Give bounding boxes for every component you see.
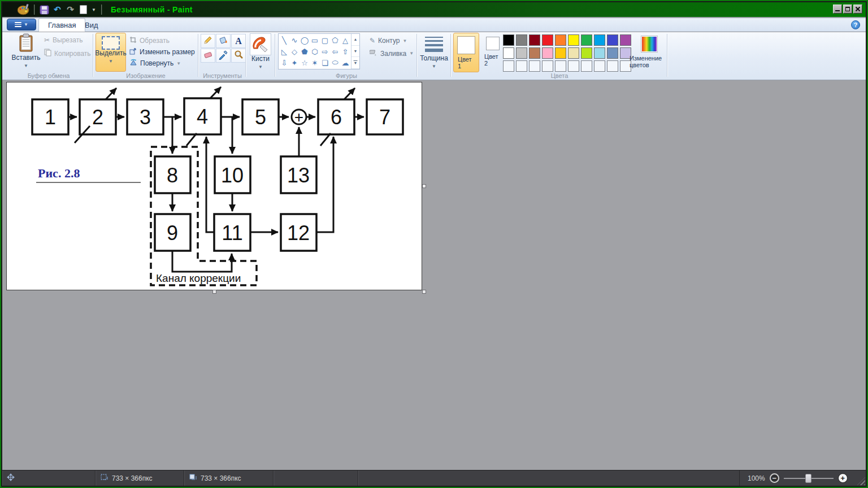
- zoom-in-button[interactable]: +: [838, 473, 848, 483]
- color-swatch[interactable]: [503, 34, 514, 46]
- group-separator: [245, 34, 246, 77]
- size-button[interactable]: Толщина ▼: [420, 33, 448, 70]
- canvas-resize-handle-right[interactable]: [422, 184, 426, 188]
- shape-tool[interactable]: ⇩: [279, 57, 289, 68]
- canvas-resize-handle-corner[interactable]: [422, 290, 426, 294]
- empty-color-slot[interactable]: [568, 60, 579, 72]
- group-caption: Фигуры: [277, 72, 416, 79]
- group-clipboard: Вставить ▼ ✂ Вырезать Копировать Буфер о…: [5, 32, 93, 80]
- crop-button[interactable]: Обрезать: [129, 36, 170, 45]
- color-swatch[interactable]: [516, 34, 527, 46]
- empty-color-slot[interactable]: [503, 60, 514, 72]
- empty-color-slot[interactable]: [516, 60, 527, 72]
- rotate-icon: [129, 59, 137, 68]
- shape-tool[interactable]: ⇦: [330, 46, 340, 57]
- color-swatch[interactable]: [568, 34, 579, 46]
- color-swatch[interactable]: [568, 47, 579, 59]
- color-picker-tool[interactable]: [216, 49, 231, 63]
- shape-tool[interactable]: ✦: [289, 57, 300, 68]
- color-swatch[interactable]: [620, 34, 631, 46]
- scroll-up-icon[interactable]: ▲: [351, 34, 359, 46]
- shape-tool[interactable]: ❏: [320, 57, 330, 68]
- shape-tool[interactable]: ◇: [289, 46, 300, 57]
- canvas-resize-handle-bottom[interactable]: [212, 290, 216, 294]
- color-swatch[interactable]: [529, 34, 540, 46]
- outline-button[interactable]: ✎ Контур ▼: [370, 37, 407, 45]
- shape-tool[interactable]: △: [340, 34, 350, 46]
- shape-tool[interactable]: ☆: [300, 57, 310, 68]
- paint-menu-button[interactable]: ▼: [7, 19, 36, 30]
- tab-view[interactable]: Вид: [76, 18, 107, 32]
- empty-color-slot[interactable]: [594, 60, 605, 72]
- color-swatch[interactable]: [555, 34, 566, 46]
- empty-color-slot[interactable]: [542, 60, 553, 72]
- color-swatch[interactable]: [542, 34, 553, 46]
- drawing-canvas[interactable]: 1 2 3 4 5 6 7 8 10 13 9 11 12 + Рис. 2.8: [7, 82, 422, 290]
- shape-tool[interactable]: ◯: [300, 34, 310, 46]
- fill-button[interactable]: Заливка ▼: [370, 49, 414, 58]
- text-tool[interactable]: A: [231, 34, 246, 48]
- maximize-button[interactable]: [843, 5, 852, 14]
- shape-tool[interactable]: ⬟: [300, 46, 310, 57]
- scroll-down-icon[interactable]: ▼: [351, 46, 359, 58]
- empty-color-slot[interactable]: [581, 60, 592, 72]
- qat-customize-dropdown[interactable]: ▼: [90, 7, 98, 12]
- color-swatch[interactable]: [607, 47, 618, 59]
- resize-button[interactable]: Изменить размер: [129, 47, 195, 56]
- minimize-button[interactable]: [833, 5, 842, 14]
- fill-tool[interactable]: [216, 34, 231, 48]
- cut-button[interactable]: ✂ Вырезать: [44, 36, 83, 44]
- color-swatch[interactable]: [503, 47, 514, 59]
- shape-tool[interactable]: ⇨: [320, 46, 330, 57]
- paste-button[interactable]: Вставить ▼: [11, 33, 41, 69]
- color-swatch[interactable]: [542, 47, 553, 59]
- shape-tool[interactable]: ⇧: [340, 46, 350, 57]
- color-swatch[interactable]: [594, 34, 605, 46]
- new-document-button[interactable]: [77, 4, 89, 15]
- eraser-tool[interactable]: [201, 49, 215, 63]
- zoom-slider[interactable]: [784, 478, 834, 479]
- zoom-slider-thumb[interactable]: [805, 474, 811, 483]
- block-diagram: 1 2 3 4 5 6 7 8 10 13 9 11 12 + Рис. 2.8: [7, 82, 422, 290]
- magnifier-tool[interactable]: [231, 49, 246, 63]
- color-swatch[interactable]: [529, 47, 540, 59]
- shape-tool[interactable]: ⬭: [330, 57, 340, 68]
- shape-tool[interactable]: ▭: [310, 34, 320, 46]
- empty-color-slot[interactable]: [607, 60, 618, 72]
- shape-tool[interactable]: ◺: [279, 46, 289, 57]
- save-button[interactable]: [38, 4, 50, 15]
- color1-button[interactable]: Цвет 1: [453, 33, 479, 72]
- color-swatch[interactable]: [516, 47, 527, 59]
- shape-tool[interactable]: ✶: [310, 57, 320, 68]
- select-button[interactable]: Выделить ▼: [96, 33, 126, 72]
- undo-button[interactable]: ↶: [51, 4, 63, 15]
- color-swatch[interactable]: [555, 47, 566, 59]
- block-label: 1: [45, 106, 56, 129]
- gallery-more-icon[interactable]: ▼: [351, 57, 359, 69]
- copy-button[interactable]: Копировать: [44, 49, 91, 58]
- shape-tool[interactable]: ▢: [320, 34, 330, 46]
- brushes-button[interactable]: Кисти ▼: [248, 33, 274, 71]
- zoom-out-button[interactable]: −: [770, 473, 779, 483]
- redo-button[interactable]: ↷: [64, 4, 76, 15]
- color2-swatch: [486, 37, 500, 50]
- resize-grip[interactable]: [857, 477, 865, 485]
- color-swatch[interactable]: [581, 47, 592, 59]
- edit-colors-button[interactable]: Изменение цветов: [633, 36, 666, 68]
- help-button[interactable]: ?: [851, 20, 860, 29]
- empty-color-slot[interactable]: [529, 60, 540, 72]
- pencil-tool[interactable]: [201, 34, 215, 48]
- empty-color-slot[interactable]: [555, 60, 566, 72]
- shape-tool[interactable]: ╲: [279, 34, 289, 46]
- color-swatch[interactable]: [581, 34, 592, 46]
- group-separator: [667, 34, 668, 77]
- shape-tool[interactable]: ⬠: [330, 34, 340, 46]
- close-button[interactable]: [853, 5, 862, 14]
- rotate-button[interactable]: Повернуть ▼: [129, 59, 181, 68]
- color2-button[interactable]: Цвет 2: [483, 37, 503, 67]
- shape-tool[interactable]: ⬡: [310, 46, 320, 57]
- color-swatch[interactable]: [607, 34, 618, 46]
- shape-tool[interactable]: ☁: [340, 57, 350, 68]
- color-swatch[interactable]: [594, 47, 605, 59]
- shape-tool[interactable]: ∿: [289, 34, 300, 46]
